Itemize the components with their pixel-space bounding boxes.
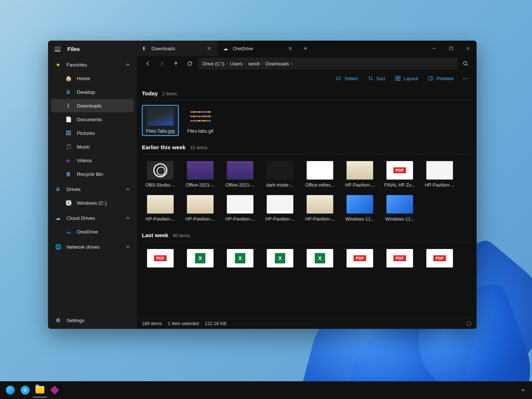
chevron-up-icon	[126, 62, 130, 67]
hamburger-menu-icon[interactable]	[55, 47, 61, 51]
loading-spinner-icon	[466, 321, 471, 326]
select-icon	[336, 75, 342, 81]
file-item[interactable]: Office-2021-...	[222, 159, 259, 190]
file-item[interactable]: PDFFINAL HP Zu...	[381, 159, 418, 190]
file-item[interactable]: dark-mode-...	[262, 159, 299, 190]
select-button[interactable]: Select	[332, 73, 362, 83]
tab-close-icon[interactable]: ✕	[205, 45, 213, 52]
settings-button[interactable]: ⚙ Settings	[48, 312, 137, 329]
svg-rect-5	[396, 79, 398, 81]
taskbar-edge[interactable]	[3, 383, 18, 398]
status-total: 188 items	[142, 321, 162, 326]
file-item[interactable]: Files-tabs.gif	[182, 105, 219, 136]
breadcrumb-segment[interactable]: Drive (C:\)	[202, 61, 224, 66]
file-item[interactable]: Office-refres...	[301, 159, 338, 190]
sidebar-item-pictures[interactable]: 🖼Pictures	[51, 126, 134, 140]
file-item[interactable]: HP-Pavilion-...	[262, 193, 299, 224]
taskbar-affinity[interactable]	[47, 383, 62, 398]
group-header[interactable]: Today2 items	[142, 87, 471, 100]
taskbar: ✈	[0, 381, 532, 399]
sidebar-item-home[interactable]: 🏠Home	[51, 72, 134, 85]
sidebar: Files ★ Favorites 🏠Home🖥Desktop⬇Download…	[48, 41, 137, 329]
folder-icon: 🖥	[65, 89, 72, 95]
folder-icon: 🏠	[65, 75, 72, 82]
taskbar-telegram[interactable]: ✈	[18, 383, 33, 398]
sidebar-item-recycle-bin[interactable]: 🗑Recycle Bin	[51, 167, 134, 181]
maximize-button[interactable]	[443, 41, 460, 56]
sidebar-item-onedrive[interactable]: ☁OneDrive	[51, 225, 134, 238]
file-item[interactable]: HP-Pavilion-...	[421, 159, 458, 190]
sidebar-item-documents[interactable]: 📄Documents	[51, 113, 134, 126]
titlebar: ⬇Downloads✕☁OneDrive✕ +	[137, 41, 477, 56]
app-title: Files	[67, 46, 80, 52]
breadcrumb-segment[interactable]: sendi	[248, 61, 260, 66]
search-button[interactable]	[460, 58, 471, 69]
file-item[interactable]: PDF	[421, 247, 458, 273]
tab-downloads[interactable]: ⬇Downloads✕	[137, 41, 218, 56]
new-tab-button[interactable]: +	[299, 41, 311, 56]
taskbar-files[interactable]	[33, 383, 47, 398]
file-item[interactable]: HP-Pavilion-...	[142, 193, 179, 224]
tab-onedrive[interactable]: ☁OneDrive✕	[218, 41, 299, 56]
breadcrumb[interactable]: Drive (C:\)›Users›sendi›Downloads›	[198, 58, 457, 69]
file-item[interactable]: X	[182, 247, 219, 273]
minimize-button[interactable]	[426, 41, 443, 56]
tab-icon: ☁	[223, 46, 229, 51]
sidebar-item-drive[interactable]: 💽Windows (C:)	[51, 196, 134, 209]
file-item[interactable]: X	[301, 247, 338, 273]
file-item[interactable]: OBS-Studio-...	[142, 159, 179, 190]
sort-icon	[368, 75, 374, 81]
sort-button[interactable]: Sort	[364, 73, 389, 83]
refresh-button[interactable]	[184, 58, 196, 69]
file-item[interactable]: Office-2021-...	[182, 159, 219, 190]
breadcrumb-segment[interactable]: Downloads	[265, 61, 289, 66]
file-item[interactable]: HP-Pavilion-...	[341, 159, 378, 190]
sidebar-item-music[interactable]: 🎵Music	[51, 140, 134, 153]
group-header[interactable]: Earlier this week15 items	[142, 141, 471, 154]
file-item[interactable]: HP-Pavilion-...	[301, 193, 338, 224]
file-list[interactable]: Today2 itemsFiles-Tabs.jpgFiles-tabs.gif…	[137, 86, 477, 318]
chevron-down-icon	[126, 245, 130, 249]
more-button[interactable]: ⋯	[460, 72, 471, 84]
sidebar-item-videos[interactable]: ▶Videos	[51, 154, 134, 167]
file-item[interactable]: X	[262, 247, 299, 273]
sidebar-item-downloads[interactable]: ⬇Downloads	[51, 99, 134, 112]
svg-rect-3	[396, 76, 398, 78]
folder-icon: 🎵	[65, 143, 72, 150]
file-item[interactable]: PDF	[341, 247, 378, 273]
tab-close-icon[interactable]: ✕	[287, 45, 294, 52]
status-size: 122.16 KB	[205, 321, 226, 326]
favorites-heading[interactable]: ★ Favorites	[48, 58, 137, 71]
file-item[interactable]: X	[222, 247, 259, 273]
drive-icon: 💽	[65, 200, 72, 206]
file-item[interactable]: Files-Tabs.jpg	[142, 105, 179, 136]
chevron-right-icon: ›	[291, 62, 293, 66]
forward-button[interactable]	[156, 58, 168, 69]
sidebar-item-desktop[interactable]: 🖥Desktop	[51, 85, 134, 99]
file-item[interactable]: HP-Pavilion-...	[222, 193, 259, 224]
folder-icon: ▶	[65, 157, 72, 164]
files-app-window: Files ★ Favorites 🏠Home🖥Desktop⬇Download…	[48, 41, 477, 329]
tabs-container: ⬇Downloads✕☁OneDrive✕	[137, 41, 299, 56]
file-item[interactable]: PDF	[381, 247, 418, 273]
layout-button[interactable]: Layout	[391, 73, 422, 83]
back-button[interactable]	[142, 58, 154, 69]
file-item[interactable]: Windows-11...	[341, 193, 378, 224]
cloud-drives-heading[interactable]: ☁ Cloud Drives	[48, 211, 137, 225]
folder-icon: 📄	[65, 116, 72, 123]
drives-heading[interactable]: 🖥 Drives	[48, 183, 137, 196]
breadcrumb-segment[interactable]: Users	[230, 61, 243, 66]
up-button[interactable]	[170, 58, 182, 69]
folder-icon: ⬇	[65, 102, 72, 109]
close-button[interactable]	[460, 41, 477, 56]
system-tray[interactable]	[521, 388, 529, 392]
file-item[interactable]: Windows-11...	[381, 193, 418, 224]
folder-icon	[35, 386, 44, 393]
network-drives-heading[interactable]: 🌐 Network drives	[48, 240, 137, 253]
group-header[interactable]: Last week80 items	[142, 229, 471, 242]
file-item[interactable]: HP-Pavilion-...	[182, 193, 219, 224]
chevron-right-icon: ›	[262, 62, 263, 66]
preview-button[interactable]: Preview	[424, 73, 457, 83]
file-item[interactable]: PDF	[142, 247, 179, 273]
chevron-right-icon: ›	[245, 62, 246, 66]
